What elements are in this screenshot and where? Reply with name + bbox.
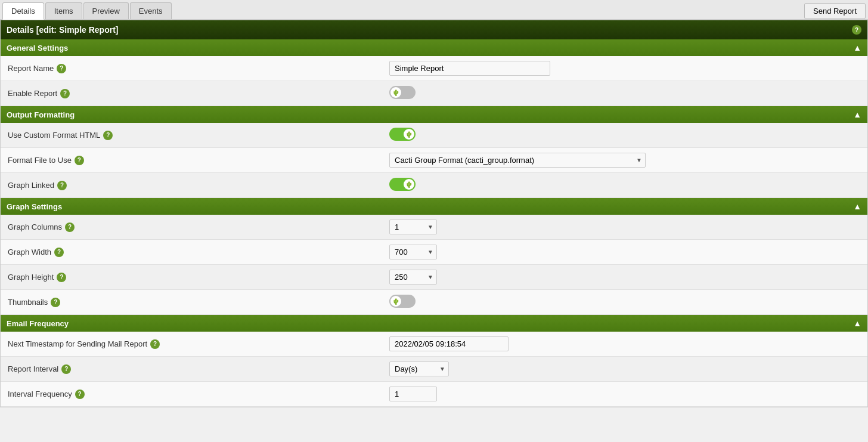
next-timestamp-input[interactable]	[389, 336, 509, 351]
custom-format-row: Use Custom Format HTML ? 🌵	[1, 123, 867, 148]
report-interval-row: Report Interval ? Day(s)Week(s)Month(s) …	[1, 357, 867, 382]
graph-height-control: 250300400 ▼	[389, 270, 860, 285]
enable-report-control: 🌵	[389, 86, 860, 101]
next-timestamp-row: Next Timestamp for Sending Mail Report ?	[1, 332, 867, 357]
page-title-bar: Details [edit: Simple Report] ?	[1, 20, 867, 39]
format-file-select-wrap: Cacti Group Format (cacti_group.format) …	[389, 153, 646, 168]
report-name-help-icon[interactable]: ?	[57, 64, 66, 73]
tab-details[interactable]: Details	[2, 2, 44, 20]
graph-linked-help-icon[interactable]: ?	[57, 181, 67, 190]
enable-report-toggle[interactable]: 🌵	[389, 86, 416, 99]
graph-linked-toggle[interactable]: 🌵	[389, 178, 416, 191]
graph-width-help-icon[interactable]: ?	[54, 248, 64, 257]
next-timestamp-help-icon[interactable]: ?	[150, 339, 160, 349]
interval-frequency-control	[389, 387, 860, 401]
format-file-select[interactable]: Cacti Group Format (cacti_group.format)	[389, 153, 646, 168]
enable-report-help-icon[interactable]: ?	[60, 89, 70, 98]
custom-format-toggle[interactable]: 🌵	[389, 128, 416, 141]
report-name-control	[389, 61, 860, 76]
graph-height-help-icon[interactable]: ?	[57, 273, 66, 282]
graph-settings-header: Graph Settings ▲	[1, 198, 867, 215]
thumbnails-toggle[interactable]: 🌵	[389, 295, 416, 308]
graph-linked-label: Graph Linked ?	[8, 181, 389, 190]
interval-frequency-label: Interval Frequency ?	[8, 390, 389, 399]
graph-linked-row: Graph Linked ? 🌵	[1, 173, 867, 198]
graph-columns-row: Graph Columns ? 1234 ▼	[1, 215, 867, 240]
graph-settings-label: Graph Settings	[7, 202, 62, 211]
next-timestamp-control	[389, 336, 860, 351]
general-settings-label: General Settings	[7, 44, 68, 52]
page-title: Details [edit: Simple Report]	[7, 25, 118, 35]
next-timestamp-label: Next Timestamp for Sending Mail Report ?	[8, 339, 389, 349]
output-formatting-header: Output Formatting ▲	[1, 106, 867, 123]
report-name-row: Report Name ?	[1, 56, 867, 81]
enable-report-toggle-thumb: 🌵	[390, 87, 401, 98]
email-frequency-header: Email Frequency ▲	[1, 315, 867, 332]
graph-width-control: 7008001000 ▼	[389, 245, 860, 259]
graph-height-row: Graph Height ? 250300400 ▼	[1, 265, 867, 290]
custom-format-help-icon[interactable]: ?	[103, 131, 113, 140]
general-settings-header: General Settings ▲	[1, 39, 867, 56]
thumbnails-toggle-wrap: 🌵	[389, 295, 416, 308]
graph-linked-control: 🌵	[389, 178, 860, 193]
report-interval-select-wrap: Day(s)Week(s)Month(s) ▼	[389, 361, 449, 376]
format-file-row: Format File to Use ? Cacti Group Format …	[1, 148, 867, 173]
tab-bar: Details Items Preview Events Send Report	[0, 0, 868, 20]
format-file-help-icon[interactable]: ?	[75, 156, 84, 165]
report-interval-label: Report Interval ?	[8, 364, 389, 374]
report-name-input[interactable]	[389, 61, 550, 76]
send-report-button[interactable]: Send Report	[804, 3, 866, 19]
tab-preview[interactable]: Preview	[83, 2, 129, 19]
cactus-icon-3: 🌵	[405, 181, 413, 188]
cactus-icon: 🌵	[392, 89, 399, 96]
graph-width-select-wrap: 7008001000 ▼	[389, 245, 437, 259]
graph-settings-collapse[interactable]: ▲	[853, 202, 861, 211]
format-file-control: Cacti Group Format (cacti_group.format) …	[389, 153, 860, 168]
thumbnails-label: Thumbnails ?	[8, 298, 389, 307]
cactus-icon-2: 🌵	[405, 131, 413, 138]
interval-frequency-input[interactable]	[389, 387, 437, 401]
graph-columns-help-icon[interactable]: ?	[65, 222, 75, 232]
interval-frequency-row: Interval Frequency ?	[1, 382, 867, 407]
thumbnails-control: 🌵	[389, 295, 860, 310]
general-settings-collapse[interactable]: ▲	[853, 43, 861, 52]
format-file-label: Format File to Use ?	[8, 156, 389, 165]
custom-format-control: 🌵	[389, 128, 860, 143]
graph-height-label: Graph Height ?	[8, 273, 389, 282]
main-content: Details [edit: Simple Report] ? General …	[0, 20, 868, 407]
thumbnails-help-icon[interactable]: ?	[51, 298, 60, 307]
graph-width-select[interactable]: 7008001000	[389, 245, 437, 259]
graph-columns-label: Graph Columns ?	[8, 222, 389, 232]
custom-format-toggle-wrap: 🌵	[389, 128, 416, 141]
graph-height-select[interactable]: 250300400	[389, 270, 437, 285]
graph-columns-select-wrap: 1234 ▼	[389, 220, 437, 234]
thumbnails-toggle-thumb: 🌵	[390, 296, 401, 307]
report-name-label: Report Name ?	[8, 64, 389, 73]
email-frequency-label: Email Frequency	[7, 319, 69, 328]
custom-format-label: Use Custom Format HTML ?	[8, 131, 389, 140]
graph-columns-select[interactable]: 1234	[389, 220, 437, 234]
custom-format-toggle-thumb: 🌵	[404, 129, 414, 140]
tab-events[interactable]: Events	[130, 2, 172, 19]
interval-frequency-help-icon[interactable]: ?	[75, 390, 85, 399]
page-help-icon[interactable]: ?	[852, 25, 861, 35]
enable-report-label: Enable Report ?	[8, 89, 389, 98]
graph-height-select-wrap: 250300400 ▼	[389, 270, 437, 285]
graph-width-row: Graph Width ? 7008001000 ▼	[1, 240, 867, 265]
output-formatting-label: Output Formatting	[7, 110, 75, 119]
enable-report-row: Enable Report ? 🌵	[1, 81, 867, 106]
graph-linked-toggle-wrap: 🌵	[389, 178, 416, 191]
graph-columns-control: 1234 ▼	[389, 220, 860, 234]
tab-items[interactable]: Items	[45, 2, 82, 19]
graph-linked-toggle-thumb: 🌵	[404, 179, 414, 190]
report-interval-control: Day(s)Week(s)Month(s) ▼	[389, 361, 860, 376]
graph-width-label: Graph Width ?	[8, 248, 389, 257]
report-interval-help-icon[interactable]: ?	[61, 364, 71, 374]
thumbnails-row: Thumbnails ? 🌵	[1, 290, 867, 315]
enable-report-toggle-wrap: 🌵	[389, 86, 416, 99]
email-frequency-collapse[interactable]: ▲	[853, 319, 861, 328]
cactus-icon-4: 🌵	[392, 298, 399, 305]
output-formatting-collapse[interactable]: ▲	[853, 110, 861, 119]
report-interval-select[interactable]: Day(s)Week(s)Month(s)	[389, 361, 449, 376]
